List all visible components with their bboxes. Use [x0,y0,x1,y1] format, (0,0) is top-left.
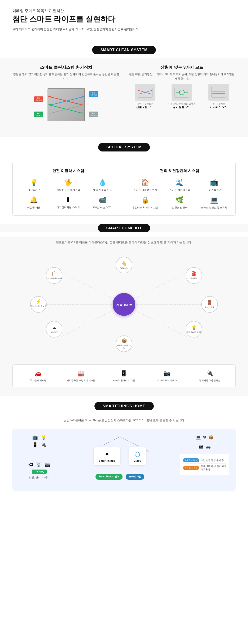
convenience-items-grid: 🏠 스마트 일제형 스위치 🌊 스마트 클린시스템 📺 드레스룸 환기 🔒 무인… [130,178,229,210]
ra-label: RA실내공기 [89,112,98,117]
iot-bottom-grid: 🚗 주차관제 시스템 🏭 지하주차장 조명제어 시스템 📱 스마트 월패스 시스… [12,364,236,388]
sc-left-title: 스마트 클린시스템 환기장치 [12,64,120,70]
safety-icon-4: 🌡 [53,196,83,204]
hero-subtitle: 미래형 주거로 똑똑하고 편리한 [12,8,236,13]
apt-label: 조명,난방,냉방,환기 등 [201,459,224,462]
hero-title: 첨단 스마트 라이프를 실현하다 [12,14,236,24]
sth-center-col: ✦ SmartThings ⬡ Bixby SmartThings 센서 스마트… [60,435,180,480]
iot-bottom-icon-3: 📷 [147,370,188,377]
third-party-badge: 3rd Party [32,470,47,474]
iot-node-wallpad: 📋 스마트월패드 표시 [46,267,62,284]
iot-badge-wrap: SMART HOME IOT [0,224,248,232]
sth-logos: ✦ SmartThings ⬡ Bixby [94,447,146,466]
iot-bottom-label-1: 지하주차장 조명제어 시스템 [67,379,95,382]
car-icon: 🚗 [206,444,211,449]
tablet-icon: 📱 [32,442,38,448]
special-grid: 안전 & 절약 시스템 💡 LED등기구 🖐 실별 온도조절 시스템 💧 빗물 … [12,162,236,216]
iot-bottom-icon-0: 🚗 [18,370,59,377]
iot-node-corridor: 💡 복도등(네트)제어 [186,321,202,338]
sc-right-title: 상황에 맞는 3가지 모드 [128,64,236,70]
sth-badge-sensor: SmartThings 센서 [95,474,123,480]
convenience-icon-3: 🔒 [130,196,160,204]
iot-bottom-item-3: 📷 스마트 도어 카메라 [147,370,188,382]
safety-item-0: 💡 LED등기구 [19,178,49,192]
smart-clean-badge-wrap: SMART CLEAN SYSTEM [0,46,248,54]
convenience-label-0: 스마트 일제형 스위치 [134,188,157,192]
sth-left-col: 📺 💡 📱 🔌 🏷 📡 📷 3rd Party 조명, 센서, 카메라 [18,435,60,480]
iot-node-doorlock: 👆 일괄소등 [116,257,132,273]
iot-bottom-item-4: 🔌 전기자동차 충전시설 [189,370,230,382]
sth-badge-wrap: SMARTTHINGS HOME [0,402,248,410]
cam-icon: 📷 [45,462,50,468]
smart-clean-badge: SMART CLEAN SYSTEM [92,46,156,54]
convenience-col: 편의 & 건강친화 시스템 🏠 스마트 일제형 스위치 🌊 스마트 클린시스템 … [124,162,236,216]
iot-bottom-icon-4: 🔌 [189,370,230,377]
sth-inner: 📺 💡 📱 🔌 🏷 📡 📷 3rd Party 조명, 센서, 카메라 [18,435,230,480]
safety-label-4: 대기전력차단 스위치 [57,206,80,209]
convenience-icon-5: 💻 [199,196,229,204]
iot-bottom-label-4: 전기자동차 충전시설 [199,379,220,382]
safety-icon-5: 📹 [87,196,118,204]
convenience-label-1: 스마트 클린시스템 [170,188,190,192]
apt-tag: 아파트 세대부 [183,458,199,462]
third-party-label: 조명, 센서, 카메라 [29,476,49,479]
mode-icon-0 [135,84,155,100]
ea-label: EA공기배출 [34,96,43,102]
sth-badge-appliance: 스마트가전 [126,474,144,480]
hero-desc: 보다 쾌적하고 편리하며 안전한 미래형 주거문화, 에너지, 보안, 친환경까… [12,28,236,31]
sensor-icon: 📡 [36,462,41,468]
device-icons-row2: 📱 🔌 [32,442,46,448]
mode-sub-2: 봄, 가을에는 [202,102,236,105]
iot-center-subtitle: The [123,302,125,304]
safety-col-title: 안전 & 절약 시스템 [19,168,118,173]
convenience-label-3: 무인택배 & 세탁 시스템 [132,206,158,209]
common-tag: 아파트 공용부 [183,466,199,470]
convenience-icon-1: 🌊 [165,178,195,186]
sth-diagram: 📺 💡 📱 🔌 🏷 📡 📷 3rd Party 조명, 센서, 카메라 [12,428,236,491]
hero-section: 미래형 주거로 똑똑하고 편리한 첨단 스마트 라이프를 실현하다 보다 쾌적하… [0,0,248,40]
iot-bottom-label-2: 스마트 월패스 시스템 [113,379,135,382]
oa-label: OA외부공기 [34,112,43,117]
common-label: 택배, 주차관제, 엘리베이터호출 등 [201,465,226,471]
mode-icon-1 [172,84,192,100]
safety-item-1: 🖐 실별 온도조절 시스템 [53,178,83,192]
iot-center-brand: PLATINUM [116,304,132,307]
special-section: 안전 & 절약 시스템 💡 LED등기구 🖐 실별 온도조절 시스템 💧 빗물 … [0,156,248,224]
iot-center-hub: The PLATINUM [113,293,135,316]
iot-node-gas: ⛽ 가스차단 [186,267,202,284]
convenience-item-0: 🏠 스마트 일제형 스위치 [130,178,160,192]
mode-sub-1: 미세먼지, 황사 심한 날에는 [165,102,199,105]
safety-item-4: 🌡 대기전력차단 스위치 [53,196,83,210]
iot-bottom-item-0: 🚗 주차관제 시스템 [18,370,59,382]
mode-icon-2 [208,84,229,100]
convenience-item-1: 🌊 스마트 클린시스템 [165,178,195,192]
bixby-logo: ⬡ Bixby [129,447,146,466]
laptop-icon: 💻 [196,435,201,440]
vent-box [47,88,85,121]
mode-main-2: 바이패스 모드 [202,105,236,109]
right-device-icons: 💻 ❄ 📦 [180,435,230,440]
bulb-icon: 💡 [41,435,46,440]
convenience-icon-2: 📺 [199,178,229,186]
convenience-label-5: 스마트 일괄소등 스위치 [201,206,227,209]
iot-bottom-label-3: 스마트 도어 카메라 [157,379,177,382]
iot-bottom-icon-2: 📱 [104,370,144,377]
sc-right-desc: 전열교환, 공기청정, 바이패스 3가지 모드로 날씨, 계절 상황에 맞게 실… [128,72,236,81]
box-icon: 📦 [209,435,214,440]
sc-diagram: EA공기배출 SA신선공기 OA외부공기 RA실내공기 [12,81,120,128]
safety-icon-1: 🖐 [53,178,83,186]
iot-bottom-label-0: 주차관제 시스템 [30,379,46,382]
safety-item-3: 🔔 비상콜 버튼 [19,196,49,210]
bixby-name: Bixby [134,459,141,462]
iot-bottom-item-1: 🏭 지하주차장 조명제어 시스템 [61,370,102,382]
iot-section: 안드로이드 OS를 적용한 미러글라스타입 고급 월패드를 통하여 다양한 정보… [0,236,248,396]
special-badge: SPECIAL SYSTEM [98,143,150,152]
iot-node-weather: ☁ 날씨정보 [46,321,62,338]
convenience-item-5: 💻 스마트 일괄소등 스위치 [199,196,229,210]
iot-node-elevator: 🚪 승강기 호출 [201,296,218,313]
safety-icon-2: 💧 [87,178,118,186]
convenience-item-3: 🔒 무인택배 & 세탁 시스템 [130,196,160,210]
convenience-label-4: 친환경 보일러 [172,206,188,209]
safety-item-2: 💧 빗물 재활용 시설 [87,178,118,192]
sth-desc: 삼성 IoT 플랫폼 SmartThings로 삼성전자 스마트가전, IOT … [12,419,236,422]
